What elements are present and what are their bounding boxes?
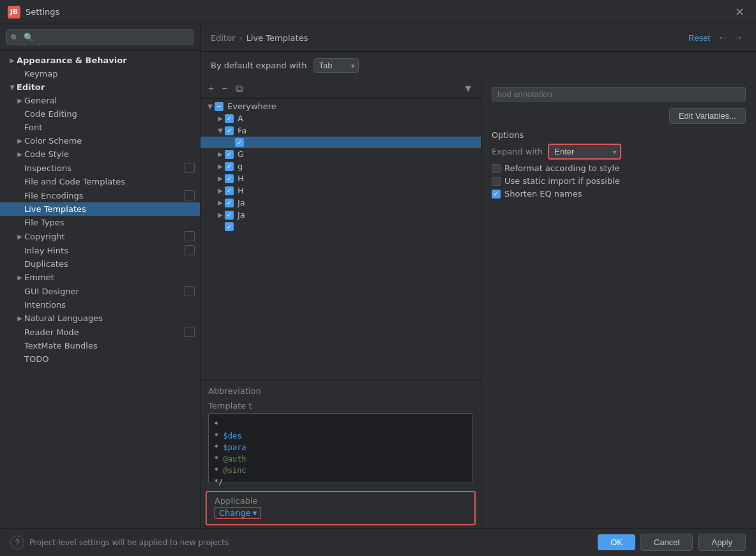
arrow-icon <box>15 342 24 350</box>
sidebar-item-file-code-templates[interactable]: File and Code Templates <box>0 175 200 188</box>
sidebar-item-textmate-bundles[interactable]: TextMate Bundles <box>0 339 200 352</box>
group-checkbox[interactable]: ✓ <box>225 199 234 207</box>
reformat-checkbox[interactable] <box>492 164 501 173</box>
back-button[interactable]: ← <box>715 31 730 45</box>
arrow-icon <box>15 327 24 336</box>
arrow-icon: ▶ <box>15 96 24 105</box>
sidebar-item-gui-designer[interactable]: GUI Designer <box>0 284 200 298</box>
sidebar-label: Live Templates <box>24 204 86 214</box>
template-item-fa[interactable]: ✓ <box>200 137 481 148</box>
badge-icon <box>185 190 195 200</box>
static-import-checkbox[interactable] <box>492 177 501 186</box>
group-checkbox[interactable]: ✓ <box>225 211 234 220</box>
expand-with-select[interactable]: Default (Tab) Enter Space Tab <box>548 144 621 160</box>
sidebar-item-general[interactable]: ▶ General <box>0 94 200 107</box>
group-checkbox[interactable]: ✓ <box>225 114 234 123</box>
sidebar-item-color-scheme[interactable]: ▶ Color Scheme <box>0 134 200 147</box>
arrow-icon: ▶ <box>15 314 24 323</box>
tab-dropdown-wrap: Tab Enter Space <box>314 58 359 73</box>
arrow-icon <box>15 301 24 310</box>
expand-icon <box>216 222 225 231</box>
cancel-button[interactable]: Cancel <box>640 534 693 551</box>
change-label: Change <box>219 508 251 518</box>
template-group-fa[interactable]: ▼ ✓ Fa <box>200 124 481 137</box>
sidebar-item-file-encodings[interactable]: File Encodings <box>0 188 200 202</box>
template-group-ja[interactable]: ▶ ✓ Ja <box>200 197 481 209</box>
badge-icon <box>185 163 195 173</box>
sidebar-item-font[interactable]: Font <box>0 121 200 134</box>
reset-button[interactable]: Reset <box>683 32 715 44</box>
template-group-g2[interactable]: ▶ ✓ g <box>200 160 481 172</box>
template-group-h[interactable]: ▶ ✓ H <box>200 172 481 184</box>
sidebar-item-intentions[interactable]: Intentions <box>0 298 200 312</box>
item-checkbox[interactable]: ✓ <box>225 222 234 231</box>
main-panel: + − ⧉ ▼ ▼ − Everywhere ▶ ✓ <box>200 79 756 528</box>
arrow-icon: ▶ <box>8 56 17 65</box>
sidebar-item-copyright[interactable]: ▶ Copyright <box>0 229 200 243</box>
template-group-a[interactable]: ▶ ✓ A <box>200 112 481 124</box>
expand-all-button[interactable]: ▼ <box>460 82 476 96</box>
group-checkbox[interactable]: ✓ <box>225 162 234 171</box>
template-group-ja2[interactable]: ▶ ✓ Ja <box>200 209 481 221</box>
forward-button[interactable]: → <box>730 31 746 45</box>
sidebar-item-editor[interactable]: ▼ Editor <box>0 80 200 94</box>
group-checkbox[interactable]: ✓ <box>225 150 234 159</box>
sidebar-label: GUI Designer <box>24 287 79 296</box>
code-line: * @sinc <box>214 465 467 476</box>
apply-button[interactable]: Apply <box>698 534 746 551</box>
sidebar-item-live-templates[interactable]: Live Templates <box>0 202 200 216</box>
breadcrumb-editor: Editor <box>211 33 235 43</box>
sidebar-item-duplicates[interactable]: Duplicates <box>0 257 200 271</box>
group-checkbox[interactable]: ✓ <box>225 174 234 183</box>
options-title: Options <box>492 130 746 140</box>
expand-icon: ▶ <box>216 162 225 171</box>
sidebar-item-inspections[interactable]: Inspections <box>0 161 200 175</box>
sidebar-item-inlay-hints[interactable]: Inlay Hints <box>0 243 200 257</box>
sidebar-item-code-style[interactable]: ▶ Code Style <box>0 147 200 161</box>
static-import-label: Use static import if possible <box>504 176 620 186</box>
search-input[interactable] <box>6 29 193 45</box>
sidebar-item-file-types[interactable]: File Types <box>0 216 200 229</box>
sidebar-item-natural-languages[interactable]: ▶ Natural Languages <box>0 312 200 325</box>
description-input[interactable] <box>492 87 746 101</box>
help-button[interactable]: ? <box>10 536 24 550</box>
group-checkbox[interactable]: ✓ <box>225 186 234 195</box>
sidebar-item-todo[interactable]: TODO <box>0 352 200 366</box>
sidebar-item-emmet[interactable]: ▶ Emmet <box>0 271 200 284</box>
change-button[interactable]: Change ▾ <box>215 507 261 519</box>
group-label: g <box>238 162 243 171</box>
remove-template-button[interactable]: − <box>219 82 230 96</box>
tab-dropdown[interactable]: Tab Enter Space <box>314 58 359 73</box>
sidebar-label: Duplicates <box>24 259 68 269</box>
badge-icon <box>185 245 195 255</box>
template-item-l[interactable]: ✓ <box>200 221 481 232</box>
expand-icon <box>226 138 235 147</box>
sidebar-label: Inspections <box>24 163 72 173</box>
arrow-icon <box>15 355 24 364</box>
expand-with-label: By default expand with <box>211 61 307 70</box>
edit-variables-button[interactable]: Edit Variables... <box>669 108 746 124</box>
sidebar-item-appearance[interactable]: ▶ Appearance & Behavior <box>0 54 200 67</box>
search-wrap <box>6 29 193 45</box>
sidebar-item-keymap[interactable]: Keymap <box>0 67 200 80</box>
window-title: Settings <box>26 7 731 17</box>
template-group-h2[interactable]: ▶ ✓ H <box>200 184 481 197</box>
group-checkbox[interactable]: ✓ <box>225 126 234 135</box>
template-editor[interactable]: * * $des * $para * @auth * @sinc */ <box>208 413 473 483</box>
shorten-eq-checkbox[interactable]: ✓ <box>492 190 501 199</box>
ok-button[interactable]: OK <box>598 534 635 550</box>
template-group-everywhere[interactable]: ▼ − Everywhere <box>200 100 481 112</box>
group-checkbox[interactable]: − <box>215 102 223 111</box>
template-group-g[interactable]: ▶ ✓ G <box>200 148 481 160</box>
expand-icon: ▶ <box>216 150 225 159</box>
copy-template-button[interactable]: ⧉ <box>233 82 245 96</box>
sidebar-item-reader-mode[interactable]: Reader Mode <box>0 325 200 339</box>
shorten-eq-label: Shorten EQ names <box>504 189 582 199</box>
item-checkbox[interactable]: ✓ <box>235 138 244 147</box>
sidebar-item-code-editing[interactable]: Code Editing <box>0 107 200 121</box>
group-label: Ja <box>238 210 245 220</box>
content-area: Editor › Live Templates Reset ← → By def… <box>200 24 756 528</box>
add-template-button[interactable]: + <box>206 82 216 96</box>
arrow-icon <box>15 191 24 200</box>
close-button[interactable]: ✕ <box>731 4 748 20</box>
